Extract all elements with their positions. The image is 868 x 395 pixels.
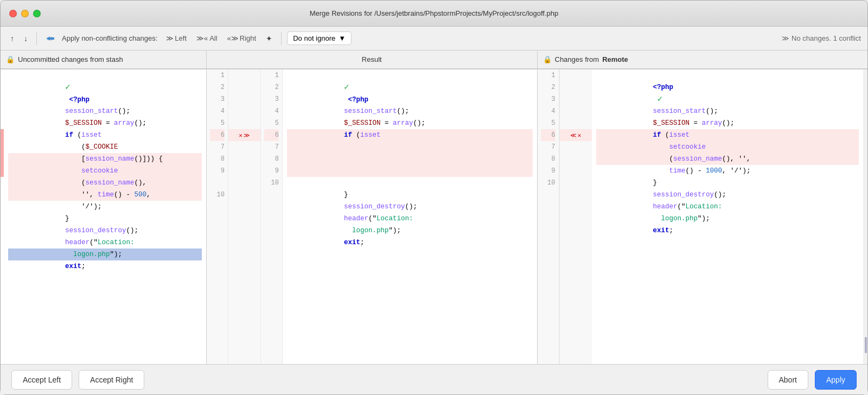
all-label: ≫« All: [196, 34, 218, 42]
ignore-label: Do not ignore: [293, 34, 335, 42]
center-panel-content[interactable]: 1 2 3 4 5 6 7 8 9 10: [207, 69, 537, 364]
right-label: Right: [240, 34, 256, 42]
right-conflict-controls[interactable]: ≪ ✕: [560, 129, 592, 141]
right-scrollbar[interactable]: [863, 69, 867, 364]
left-session-start: session_start: [65, 107, 118, 115]
window-title: Merge Revisions for /Users/jetbrains/Php…: [310, 9, 559, 17]
center-panel-header: Result: [207, 50, 538, 69]
window: Merge Revisions for /Users/jetbrains/Php…: [0, 0, 868, 395]
magic-wand-button[interactable]: ✦: [263, 32, 276, 45]
right-panel: 1 2 3 4 5 6 7 8 9 10: [538, 69, 868, 364]
left-link[interactable]: ≫ Left: [163, 33, 190, 43]
toolbar: ↑ ↓ Apply non-conflicting changes: ≫ Lef…: [1, 27, 867, 50]
center-right-line-numbers: 1 2 3 4 5 6 7 8 9 10: [261, 69, 283, 364]
left-session-var: $_SESSION: [65, 119, 102, 127]
right-line-numbers-left: 1 2 3 4 5 6 7 8 9 10: [538, 69, 559, 364]
accept-right-icon[interactable]: ≪: [570, 132, 577, 139]
merge-icon: [46, 34, 55, 43]
panel-headers: 🔒 Uncommitted changes from stash Result …: [1, 50, 867, 69]
reject-left-icon[interactable]: ✕: [239, 132, 242, 139]
center-code-lines: ✓ <?php session_start(); $_SESSION = arr…: [283, 69, 537, 364]
left-php-tag: <?php: [65, 96, 90, 104]
right-code-area: 1 2 3 4 5 6 7 8 9 10: [538, 69, 868, 364]
right-panel-title-bold: Remote: [602, 55, 628, 63]
apply-non-conflicting-label: Apply non-conflicting changes:: [62, 34, 157, 42]
accept-left-button[interactable]: Accept Left: [11, 370, 72, 390]
center-gutter: ✕ ≫: [228, 69, 261, 364]
right-panel-header: 🔒 Changes from Remote: [538, 50, 868, 69]
footer: Accept Left Accept Right Abort Apply: [1, 364, 867, 394]
apply-button[interactable]: Apply: [815, 370, 857, 390]
left-lock-icon: 🔒: [6, 55, 15, 63]
right-line-1: <?php ✓: [596, 69, 859, 81]
left-panel-title: Uncommitted changes from stash: [18, 55, 123, 63]
left-code-lines: ✓ <?php session_start(); $_SESSION = arr…: [4, 69, 206, 364]
scroll-thumb: [865, 337, 867, 353]
center-code-area: 1 2 3 4 5 6 7 8 9 10: [207, 69, 537, 364]
dropdown-arrow-icon: ▼: [339, 34, 346, 42]
panels-container: ✓ <?php session_start(); $_SESSION = arr…: [1, 69, 867, 364]
accept-right-button[interactable]: Accept Right: [79, 370, 144, 390]
right-panel-content[interactable]: 1 2 3 4 5 6 7 8 9 10: [538, 69, 868, 364]
toolbar-separator-2: [281, 32, 282, 45]
center-panel-title: Result: [362, 55, 382, 63]
left-label: Left: [175, 34, 187, 42]
left-panel-content[interactable]: ✓ <?php session_start(); $_SESSION = arr…: [1, 69, 206, 364]
right-code-lines: <?php ✓ session_start(); $_SESSION = arr…: [592, 69, 864, 364]
center-panel: 1 2 3 4 5 6 7 8 9 10: [207, 69, 538, 364]
right-panel-title-prefix: Changes from: [555, 55, 599, 63]
toolbar-separator-1: [36, 32, 37, 45]
left-panel: ✓ <?php session_start(); $_SESSION = arr…: [1, 69, 207, 364]
status-text: ≫ No changes. 1 conflict: [782, 34, 861, 42]
minimize-button[interactable]: [21, 10, 29, 17]
reject-right-icon[interactable]: ✕: [578, 132, 582, 139]
maximize-button[interactable]: [33, 10, 41, 17]
abort-button[interactable]: Abort: [768, 370, 808, 390]
traffic-lights: [9, 10, 41, 17]
ignore-dropdown[interactable]: Do not ignore ▼: [287, 31, 352, 45]
accept-left-icon[interactable]: ≫: [244, 132, 250, 139]
apply-non-conflicting-icon-button[interactable]: [42, 32, 59, 45]
close-button[interactable]: [9, 10, 17, 17]
left-chevrons: ≫: [166, 34, 174, 42]
scroll-down-button[interactable]: ↓: [21, 32, 31, 45]
titlebar: Merge Revisions for /Users/jetbrains/Php…: [1, 1, 867, 27]
check-icon-left: ✓: [65, 82, 71, 92]
left-code-area: ✓ <?php session_start(); $_SESSION = arr…: [1, 69, 206, 364]
right-lock-icon: 🔒: [543, 55, 552, 63]
conflict-controls[interactable]: ✕ ≫: [228, 129, 260, 141]
left-panel-header: 🔒 Uncommitted changes from stash: [1, 50, 207, 69]
right-chevrons: «≫: [227, 34, 239, 42]
center-left-line-numbers: 1 2 3 4 5 6 7 8 9 10: [207, 69, 228, 364]
toolbar-right: ≫ No changes. 1 conflict: [782, 34, 861, 42]
left-line-1: ✓ <?php: [8, 69, 202, 81]
all-link[interactable]: ≫« All: [193, 33, 221, 43]
right-gutter: ≪ ✕: [559, 69, 592, 364]
center-line-1: ✓ <?php: [287, 69, 533, 81]
scroll-up-button[interactable]: ↑: [7, 32, 17, 45]
right-link[interactable]: «≫ Right: [224, 33, 260, 43]
